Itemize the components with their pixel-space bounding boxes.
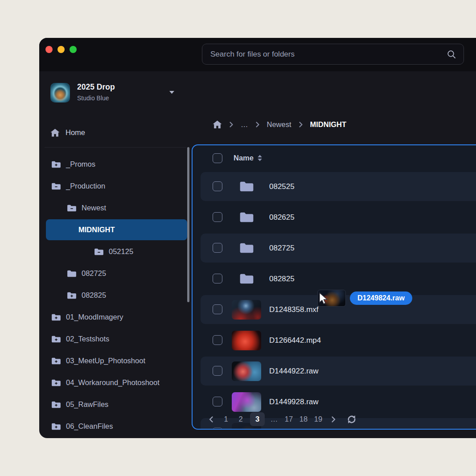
sidebar-item-label: Home xyxy=(66,128,85,137)
folder-minus-icon xyxy=(67,204,77,212)
sidebar-item-label: Newest xyxy=(82,204,106,212)
search-icon xyxy=(447,49,456,59)
zoom-window-button[interactable] xyxy=(70,46,77,53)
workspace-switcher[interactable]: 2025 Drop Studio Blue xyxy=(39,81,192,105)
folder-plus-icon xyxy=(51,423,61,431)
folder-icon xyxy=(51,401,61,409)
chevron-down-icon[interactable] xyxy=(169,90,175,94)
folder-icon xyxy=(239,181,254,193)
sidebar-tree-item-05-rawfiles[interactable]: 05_RawFiles xyxy=(39,394,192,415)
file-name: 082725 xyxy=(269,244,295,253)
sidebar-item-label: _Promos xyxy=(66,160,95,168)
folder-plus-icon xyxy=(67,291,77,300)
file-thumbnail xyxy=(232,361,261,381)
sidebar-tree-item-06-cleanfiles[interactable]: 06_CleanFiles xyxy=(39,415,192,437)
row-checkbox[interactable] xyxy=(213,335,222,345)
sidebar-tree-item--production[interactable]: _Production xyxy=(39,175,192,197)
sidebar-item-home[interactable]: Home xyxy=(39,122,192,144)
file-name: D1266442.mp4 xyxy=(269,336,321,345)
pagination-page-1[interactable]: 1 xyxy=(221,412,231,426)
folder-icon xyxy=(67,204,77,212)
file-row[interactable]: 082725 xyxy=(193,233,476,263)
sidebar-scrollbar[interactable] xyxy=(187,147,189,302)
dragged-file-name-pill: D1249824.raw xyxy=(350,291,412,305)
folder-icon xyxy=(51,160,61,168)
folder-plus-icon xyxy=(51,401,61,409)
breadcrumb-chevron-icon xyxy=(299,122,303,127)
folder-icon xyxy=(51,335,61,343)
file-name: File Name xyxy=(269,428,304,430)
file-thumbnail xyxy=(232,331,261,350)
row-checkbox[interactable] xyxy=(213,397,222,406)
file-list-drop-zone[interactable]: Name 082525 082625 xyxy=(192,144,476,430)
pagination-page-2[interactable]: 2 xyxy=(235,412,246,426)
pagination-page-19[interactable]: 19 xyxy=(313,412,324,426)
sidebar-tree-item-082825[interactable]: 082825 xyxy=(39,284,192,306)
file-row[interactable]: D1266442.mp4 xyxy=(193,325,476,356)
sidebar-tree-item-midnight[interactable]: MIDNIGHT xyxy=(39,219,192,241)
folder-icon xyxy=(51,182,61,190)
folder-plus-icon xyxy=(51,379,61,387)
sidebar-tree-item-052125[interactable]: 052125 xyxy=(39,241,192,263)
folder-icon xyxy=(67,291,77,300)
row-checkbox[interactable] xyxy=(213,181,222,191)
row-checkbox[interactable] xyxy=(213,274,222,283)
sidebar-item-label: 06_CleanFiles xyxy=(66,422,113,431)
close-window-button[interactable] xyxy=(45,46,53,53)
drag-ghost: D1249824.raw xyxy=(317,290,412,307)
pagination-page-18[interactable]: 18 xyxy=(298,412,309,426)
file-name: 082525 xyxy=(269,182,295,191)
row-checkbox[interactable] xyxy=(213,212,222,222)
file-name: 082625 xyxy=(269,213,295,222)
file-name: 082825 xyxy=(269,275,295,283)
sidebar-folder-tree: _Promos _Production Newest MIDNIGHT 0521… xyxy=(39,153,192,437)
folder-icon xyxy=(51,379,61,387)
file-row[interactable]: D1444922.raw xyxy=(193,356,476,386)
sidebar-item-label: 05_RawFiles xyxy=(66,400,108,409)
folder-plus-icon xyxy=(51,313,61,321)
row-checkbox[interactable] xyxy=(213,427,222,430)
file-row[interactable]: 082625 xyxy=(193,202,476,233)
breadcrumb-segment[interactable]: … xyxy=(241,120,248,129)
sidebar-item-label: 082725 xyxy=(82,269,106,278)
sidebar-tree-item--promos[interactable]: _Promos xyxy=(39,153,192,175)
folder-minus-icon xyxy=(51,182,61,190)
row-checkbox[interactable] xyxy=(213,304,222,314)
sidebar-tree-item-01-moodimagery[interactable]: 01_MoodImagery xyxy=(39,306,192,328)
breadcrumb-segment[interactable]: Newest xyxy=(267,120,291,129)
sort-icon xyxy=(257,155,263,161)
sidebar-tree-item-03-meetup-photoshoot[interactable]: 03_MeetUp_Photoshoot xyxy=(39,350,192,372)
row-checkbox[interactable] xyxy=(213,243,222,253)
next-page-button[interactable] xyxy=(328,412,339,426)
pagination-page-3[interactable]: 3 xyxy=(250,412,265,426)
sidebar-tree-item-02-testshots[interactable]: 02_Testshots xyxy=(39,328,192,350)
folder-icon xyxy=(51,357,61,365)
search-input[interactable]: Search for files or folders xyxy=(202,44,464,65)
sidebar-item-label: 04_Workaround_Photoshoot xyxy=(66,378,160,387)
titlebar: Search for files or folders xyxy=(39,38,476,71)
row-checkbox[interactable] xyxy=(213,366,222,376)
minimize-window-button[interactable] xyxy=(57,46,65,53)
folder-minus-icon xyxy=(94,248,104,256)
file-row[interactable]: 082525 xyxy=(193,171,476,202)
folder-icon xyxy=(239,211,254,223)
folder-icon xyxy=(239,242,254,254)
sidebar-tree-item-newest[interactable]: Newest xyxy=(39,197,192,219)
mouse-cursor xyxy=(319,292,329,305)
sidebar-tree-item-082725[interactable]: 082725 xyxy=(39,263,192,284)
desktop-background: Search for files or folders 2025 Drop St… xyxy=(0,0,476,476)
workspace-title: 2025 Drop xyxy=(77,82,115,92)
breadcrumb-segment-current: MIDNIGHT xyxy=(310,120,347,129)
name-column-header[interactable]: Name xyxy=(234,154,263,162)
refresh-icon[interactable] xyxy=(347,414,357,424)
select-all-checkbox[interactable] xyxy=(213,153,222,163)
folder-icon xyxy=(94,248,104,256)
breadcrumb-home-icon[interactable] xyxy=(213,120,222,129)
sidebar-tree-item-04-workaround-photoshoot[interactable]: 04_Workaround_Photoshoot xyxy=(39,372,192,394)
pagination-page-17[interactable]: 17 xyxy=(283,412,294,426)
app-window: Search for files or folders 2025 Drop St… xyxy=(39,38,476,438)
file-name: D1444922.raw xyxy=(269,367,319,376)
previous-page-button[interactable] xyxy=(205,412,217,426)
sidebar-item-label: MIDNIGHT xyxy=(78,226,115,234)
folder-plus-icon xyxy=(51,335,61,343)
